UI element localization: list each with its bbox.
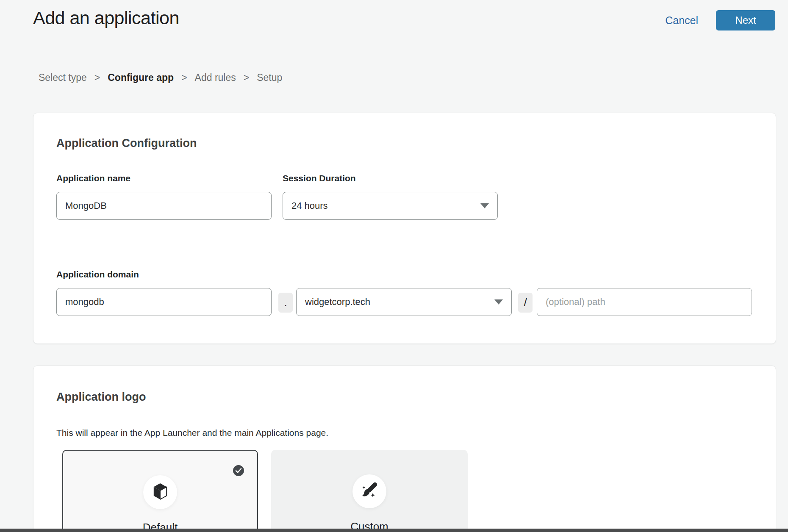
window-bottom-edge: [0, 529, 788, 532]
logo-option-custom[interactable]: Custom: [271, 450, 468, 532]
configuration-heading: Application Configuration: [56, 137, 197, 150]
cube-icon: [152, 482, 168, 502]
chevron-separator: >: [244, 72, 249, 83]
paintbrush-icon: [361, 482, 378, 501]
path-input[interactable]: [537, 288, 752, 316]
logo-description: This will appear in the App Launcher and…: [56, 428, 328, 438]
breadcrumb-item-add-rules[interactable]: Add rules: [195, 72, 236, 83]
application-configuration-card: Application Configuration Application na…: [33, 113, 776, 344]
default-logo-circle: [143, 475, 177, 509]
application-name-label: Application name: [56, 173, 130, 183]
session-duration-label: Session Duration: [283, 173, 356, 183]
cancel-button[interactable]: Cancel: [665, 14, 698, 27]
logo-option-default[interactable]: Default: [62, 450, 258, 532]
dot-separator: .: [278, 293, 293, 313]
logo-heading: Application logo: [56, 391, 146, 404]
application-domain-label: Application domain: [56, 269, 139, 280]
session-duration-select[interactable]: 24 hours: [283, 192, 498, 220]
page-title: Add an application: [33, 8, 179, 28]
chevron-down-icon: [480, 203, 489, 208]
custom-logo-circle: [352, 474, 386, 508]
application-name-input[interactable]: [56, 192, 272, 220]
chevron-separator: >: [94, 72, 100, 83]
chevron-down-icon: [494, 299, 503, 305]
domain-select-value: widgetcorp.tech: [305, 296, 370, 308]
breadcrumb-item-select-type[interactable]: Select type: [39, 72, 87, 83]
breadcrumb-item-setup[interactable]: Setup: [257, 72, 282, 83]
breadcrumb-item-configure-app[interactable]: Configure app: [108, 72, 174, 83]
session-duration-value: 24 hours: [291, 200, 328, 211]
application-logo-card: Application logo This will appear in the…: [33, 366, 776, 532]
slash-separator: /: [518, 293, 533, 313]
subdomain-input[interactable]: [56, 288, 272, 316]
check-icon: [233, 465, 244, 477]
header-actions: Cancel Next: [665, 10, 775, 30]
next-button[interactable]: Next: [716, 10, 775, 30]
chevron-separator: >: [181, 72, 187, 83]
domain-select[interactable]: widgetcorp.tech: [296, 288, 512, 316]
breadcrumb: Select type > Configure app > Add rules …: [39, 72, 282, 83]
